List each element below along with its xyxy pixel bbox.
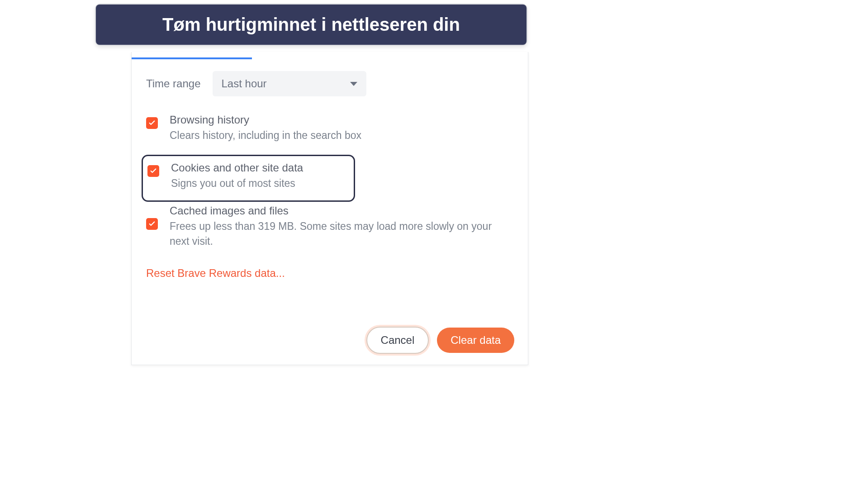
checkbox-browsing-history[interactable] bbox=[146, 117, 158, 129]
clear-browsing-data-dialog: Time range Last hour Browsing history Cl… bbox=[131, 52, 528, 365]
chevron-down-icon bbox=[350, 82, 357, 86]
option-desc: Clears history, including in the search … bbox=[170, 128, 361, 143]
reset-brave-rewards-link[interactable]: Reset Brave Rewards data... bbox=[146, 267, 285, 280]
option-browsing-history: Browsing history Clears history, includi… bbox=[146, 114, 513, 155]
check-icon bbox=[148, 119, 156, 127]
time-range-label: Time range bbox=[146, 77, 201, 90]
dialog-content: Time range Last hour Browsing history Cl… bbox=[132, 59, 528, 280]
banner-title: Tøm hurtigminnet i nettleseren din bbox=[96, 5, 526, 45]
option-title: Cached images and files bbox=[170, 204, 513, 217]
time-range-row: Time range Last hour bbox=[146, 71, 513, 96]
option-title: Cookies and other site data bbox=[171, 162, 303, 174]
option-cookies-highlighted: Cookies and other site data Signs you ou… bbox=[142, 155, 355, 201]
check-icon bbox=[148, 220, 156, 228]
option-cached-images: Cached images and files Frees up less th… bbox=[146, 204, 513, 261]
option-desc: Frees up less than 319 MB. Some sites ma… bbox=[170, 219, 513, 249]
cancel-button[interactable]: Cancel bbox=[366, 327, 429, 354]
clear-data-button[interactable]: Clear data bbox=[437, 328, 514, 353]
checkbox-cached[interactable] bbox=[146, 218, 158, 230]
instruction-banner: Tøm hurtigminnet i nettleseren din bbox=[95, 4, 527, 46]
option-desc: Signs you out of most sites bbox=[171, 176, 303, 191]
time-range-select[interactable]: Last hour bbox=[213, 71, 366, 96]
option-title: Browsing history bbox=[170, 114, 361, 126]
checkbox-cookies[interactable] bbox=[147, 165, 159, 177]
option-text: Cookies and other site data Signs you ou… bbox=[171, 162, 303, 191]
check-icon bbox=[149, 167, 157, 175]
option-text: Cached images and files Frees up less th… bbox=[170, 204, 513, 249]
dialog-buttons: Cancel Clear data bbox=[366, 327, 514, 354]
time-range-value: Last hour bbox=[222, 77, 267, 90]
option-text: Browsing history Clears history, includi… bbox=[170, 114, 361, 143]
